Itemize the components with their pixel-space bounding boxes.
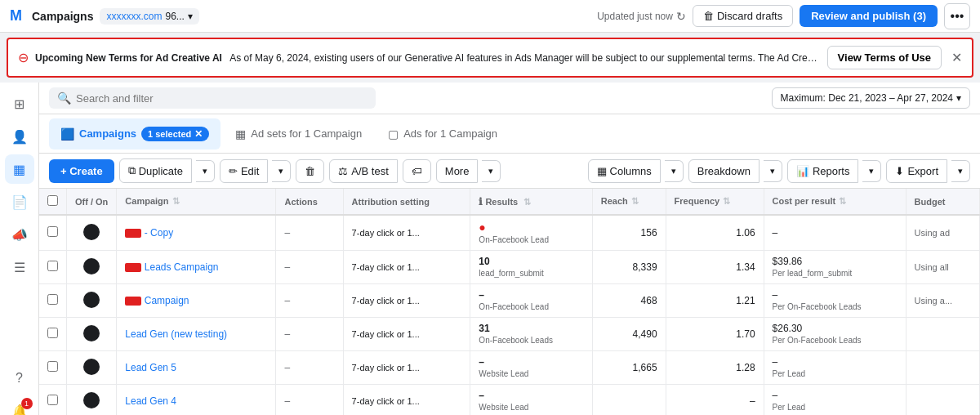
th-results[interactable]: ℹ Results ⇅: [470, 189, 592, 215]
duplicate-button[interactable]: ⧉ Duplicate: [119, 158, 192, 183]
row-checkbox-cell[interactable]: [39, 351, 67, 385]
toggle-switch[interactable]: [83, 359, 100, 375]
toggle-switch[interactable]: [83, 292, 100, 308]
campaign-link[interactable]: Lead Gen 5: [125, 362, 176, 373]
sidebar-item-grid[interactable]: ▦: [5, 154, 34, 184]
create-button[interactable]: + Create: [49, 159, 114, 183]
campaign-name-cell: Lead Gen (new testing): [117, 318, 276, 351]
date-range-button[interactable]: Maximum: Dec 21, 2023 – Apr 27, 2024 ▾: [772, 87, 970, 109]
row-toggle-cell[interactable]: [67, 251, 117, 284]
row-toggle-cell[interactable]: [67, 284, 117, 318]
toggle-switch[interactable]: [83, 224, 100, 240]
tag-button[interactable]: 🏷: [403, 159, 431, 183]
th-reach[interactable]: Reach⇅: [592, 189, 666, 215]
search-box[interactable]: 🔍: [49, 87, 376, 109]
campaign-name-cell: Leads Campaign: [117, 251, 276, 284]
sidebar-item-help[interactable]: ?: [5, 364, 34, 393]
edit-button[interactable]: ✏ Edit: [220, 159, 268, 183]
row-select-checkbox[interactable]: [47, 395, 58, 405]
sidebar-item-notifications[interactable]: 🔔 1: [5, 396, 34, 415]
account-selector[interactable]: xxxxxxx.com 96... ▾: [100, 8, 198, 25]
sidebar-item-home[interactable]: ⊞: [5, 89, 34, 118]
columns-dropdown[interactable]: ▾: [665, 160, 684, 182]
sidebar-item-menu[interactable]: ☰: [5, 252, 34, 282]
row-toggle-cell[interactable]: [67, 215, 117, 251]
budget-cell: Using all: [906, 251, 979, 284]
close-icon[interactable]: ✕: [951, 50, 962, 65]
search-input[interactable]: [76, 92, 368, 105]
topbar-more-button[interactable]: •••: [944, 3, 970, 29]
th-cost[interactable]: Cost per result⇅: [764, 189, 906, 215]
row-select-checkbox[interactable]: [47, 328, 58, 338]
actions-cell: –: [276, 215, 343, 251]
th-frequency[interactable]: Frequency⇅: [666, 189, 764, 215]
chevron-down-icon: ▾: [188, 11, 193, 22]
sidebar-item-page[interactable]: 📄: [5, 187, 34, 216]
row-checkbox-cell[interactable]: [39, 318, 67, 351]
more-dropdown[interactable]: ▾: [482, 160, 501, 182]
row-checkbox-cell[interactable]: [39, 215, 67, 251]
th-budget[interactable]: Budget: [906, 189, 979, 215]
export-button[interactable]: ⬇ Export: [886, 159, 947, 183]
edit-dropdown[interactable]: ▾: [272, 160, 291, 182]
ab-test-button[interactable]: ⚖ A/B test: [329, 159, 398, 183]
row-select-checkbox[interactable]: [47, 261, 58, 271]
search-icon: 🔍: [57, 91, 71, 105]
attribution-value: 7-day click or 1...: [352, 363, 420, 373]
export-label: Export: [907, 165, 938, 177]
results-cell: 10 lead_form_submit: [470, 251, 592, 284]
discard-label: Discard drafts: [717, 10, 782, 22]
row-checkbox-cell[interactable]: [39, 385, 67, 416]
row-checkbox-cell[interactable]: [39, 284, 67, 318]
discard-drafts-button[interactable]: 🗑 Discard drafts: [693, 5, 793, 27]
row-toggle-cell[interactable]: [67, 385, 117, 416]
reports-dropdown[interactable]: ▾: [862, 160, 881, 182]
th-actions[interactable]: Actions: [276, 189, 343, 215]
breakdown-button[interactable]: Breakdown: [688, 159, 760, 183]
sidebar-item-user[interactable]: 👤: [5, 122, 34, 151]
ab-icon: ⚖: [338, 165, 348, 177]
adsets-tab-icon: ▦: [235, 127, 246, 141]
row-select-checkbox[interactable]: [47, 294, 58, 305]
row-select-checkbox[interactable]: [47, 361, 58, 372]
result-dot: ●: [479, 221, 485, 234]
info-icon[interactable]: ℹ: [479, 196, 483, 208]
toggle-switch[interactable]: [83, 258, 100, 274]
table-body: - Copy – 7-day click or 1... ● On-Facebo…: [39, 215, 980, 415]
download-icon: ⬇: [895, 165, 904, 177]
account-id: 96...: [165, 11, 184, 22]
export-dropdown[interactable]: ▾: [951, 160, 970, 182]
campaign-link[interactable]: - Copy: [145, 227, 173, 239]
breakdown-dropdown[interactable]: ▾: [764, 160, 782, 182]
deselect-icon[interactable]: ✕: [194, 128, 203, 140]
row-select-checkbox[interactable]: [47, 226, 58, 237]
bar-chart-icon: 📊: [796, 165, 809, 177]
reports-button[interactable]: 📊 Reports: [787, 159, 859, 183]
review-publish-button[interactable]: Review and publish (3): [800, 5, 938, 27]
view-terms-button[interactable]: View Terms of Use: [827, 46, 942, 69]
th-campaign[interactable]: Campaign⇅: [117, 189, 276, 215]
th-checkbox[interactable]: [39, 189, 67, 215]
delete-button[interactable]: 🗑: [296, 159, 324, 183]
row-toggle-cell[interactable]: [67, 351, 117, 385]
refresh-icon[interactable]: ↻: [676, 10, 686, 23]
row-toggle-cell[interactable]: [67, 318, 117, 351]
toggle-switch[interactable]: [83, 392, 100, 408]
select-all-checkbox[interactable]: [47, 195, 58, 206]
toggle-switch[interactable]: [83, 325, 100, 341]
tab-adsets[interactable]: ▦ Ad sets for 1 Campaign: [224, 119, 373, 149]
more-button[interactable]: More: [436, 159, 479, 183]
campaign-link[interactable]: Lead Gen (new testing): [125, 328, 227, 340]
th-attribution[interactable]: Attribution setting: [343, 189, 470, 215]
menu-icon: ☰: [14, 260, 25, 275]
duplicate-dropdown[interactable]: ▾: [196, 160, 215, 182]
tab-ads[interactable]: ▢ Ads for 1 Campaign: [376, 119, 509, 149]
more-icon: •••: [951, 9, 964, 24]
campaign-link[interactable]: Leads Campaign: [145, 261, 219, 273]
row-checkbox-cell[interactable]: [39, 251, 67, 284]
columns-button[interactable]: ▦ Columns: [588, 159, 661, 183]
campaign-link[interactable]: Lead Gen 4: [125, 395, 176, 407]
sidebar-item-ads[interactable]: 📣: [5, 220, 34, 249]
tab-campaigns[interactable]: 🟦 Campaigns 1 selected ✕: [49, 118, 220, 149]
campaign-link[interactable]: Campaign: [145, 295, 189, 306]
